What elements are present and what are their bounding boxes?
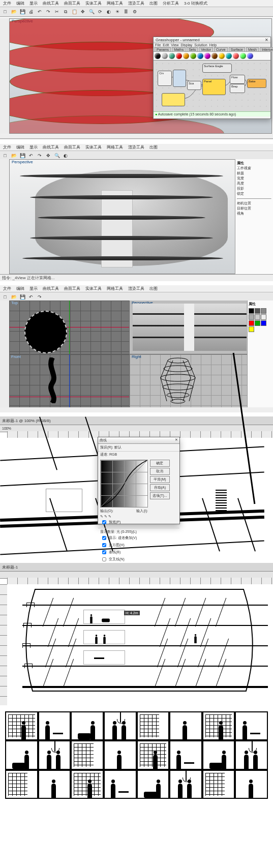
ok-button[interactable]: 确定 xyxy=(150,460,170,467)
menu-item[interactable]: 显示 xyxy=(28,286,39,291)
gh-component-icon[interactable] xyxy=(204,53,210,59)
curves-graph[interactable] xyxy=(100,460,148,507)
menu-item[interactable]: 出图 xyxy=(148,286,159,291)
top-viewport[interactable]: Top xyxy=(9,301,129,354)
open-icon[interactable]: 📂 xyxy=(10,152,18,160)
paste-icon[interactable]: 📋 xyxy=(70,8,78,16)
cut-icon[interactable]: ✂ xyxy=(53,8,61,16)
gh-tab[interactable]: Surface xyxy=(229,47,245,51)
menu-item[interactable]: 曲线工具 xyxy=(42,1,60,6)
menu-item[interactable]: 实体工具 xyxy=(84,286,103,291)
redo-icon[interactable]: ↷ xyxy=(36,152,44,160)
palette-swatch[interactable] xyxy=(249,308,254,314)
menu-item[interactable]: 网格工具 xyxy=(106,1,124,6)
rhino-menubar[interactable]: 文件 编辑 显示 曲线工具 曲面工具 实体工具 网格工具 渲染工具 出图 xyxy=(0,285,273,292)
open-icon[interactable]: 📂 xyxy=(10,8,18,16)
undo-icon[interactable]: ↶ xyxy=(36,8,44,16)
gh-tab[interactable]: Sets xyxy=(187,47,198,51)
menu-item[interactable]: 显示 xyxy=(28,144,39,150)
rhino-toolbar[interactable]: □ 📂 💾 🖨 ↶ ↷ ✂ ⧉ 📋 ✥ 🔍 ⟳ ◐ ☀ ≣ ⚙ xyxy=(0,7,273,17)
side-toolbar[interactable] xyxy=(0,18,10,134)
gh-menu-item[interactable]: View xyxy=(171,43,178,47)
gh-node[interactable]: Crv xyxy=(158,71,172,86)
menu-item[interactable]: 曲面工具 xyxy=(63,1,81,6)
gh-node[interactable]: Bake xyxy=(247,79,266,88)
menu-item[interactable]: 渲染工具 xyxy=(127,144,145,150)
side-toolbar[interactable] xyxy=(0,159,10,274)
grasshopper-window[interactable]: Grasshopper - unnamed ✕ File Edit View D… xyxy=(153,37,271,119)
rhino-menubar[interactable]: 文件 编辑 显示 曲线工具 曲面工具 实体工具 网格工具 渲染工具 出图 xyxy=(0,144,273,151)
redo-icon[interactable]: ↷ xyxy=(36,293,44,301)
gh-component-icon[interactable] xyxy=(169,53,175,59)
menu-item[interactable]: 编辑 xyxy=(15,144,25,150)
gh-component-icon[interactable] xyxy=(183,53,189,59)
render-icon[interactable]: ☀ xyxy=(113,8,122,16)
open-icon[interactable]: 📂 xyxy=(10,293,18,301)
save-icon[interactable]: 💾 xyxy=(18,8,26,16)
dialog-titlebar[interactable]: 曲线 ✕ xyxy=(98,437,179,444)
properties-panel[interactable]: 属性 xyxy=(247,301,273,407)
gh-node[interactable] xyxy=(173,70,186,87)
properties-panel[interactable]: 属性 工作视窗 标题 宽度 高度 投影 锁定 相机位置 目标位置 视角 xyxy=(235,159,273,274)
gh-component-shelf[interactable] xyxy=(154,52,270,61)
layers-icon[interactable]: ≣ xyxy=(122,8,130,16)
gh-tab[interactable]: Maths xyxy=(172,47,186,51)
palette-swatch[interactable] xyxy=(255,320,260,326)
menu-item[interactable]: 曲线工具 xyxy=(42,286,60,291)
gh-tab[interactable]: Params xyxy=(155,47,171,51)
gh-canvas[interactable]: CrvSurface EagleScaPanelFlowBrepBake xyxy=(154,61,270,111)
auto-button[interactable]: 自动(A) xyxy=(150,484,170,491)
menu-item[interactable]: 实体工具 xyxy=(84,144,103,150)
color-palette[interactable] xyxy=(249,308,272,332)
close-icon[interactable]: ✕ xyxy=(265,38,268,42)
gh-component-icon[interactable] xyxy=(247,53,253,59)
shade-icon[interactable]: ◐ xyxy=(62,152,70,160)
menu-item[interactable]: 出图 xyxy=(148,144,159,150)
menu-item[interactable]: 编辑 xyxy=(15,1,25,6)
menu-item[interactable]: 曲面工具 xyxy=(63,286,81,291)
palette-swatch[interactable] xyxy=(261,320,266,326)
check[interactable] xyxy=(102,550,106,554)
redo-icon[interactable]: ↷ xyxy=(44,8,52,16)
gh-node[interactable]: Panel xyxy=(202,79,226,95)
menu-item[interactable]: 曲面工具 xyxy=(63,144,81,150)
gh-component-icon[interactable] xyxy=(197,53,203,59)
new-icon[interactable]: □ xyxy=(1,293,9,301)
ps-menubar[interactable]: 未标题-1 xyxy=(0,563,273,572)
gh-node[interactable]: Flow xyxy=(230,75,245,84)
menu-item[interactable]: 渲染工具 xyxy=(127,286,145,291)
rhino-menubar[interactable]: 文件 编辑 显示 曲线工具 曲面工具 实体工具 网格工具 渲染工具 出图 分析工… xyxy=(0,0,273,7)
palette-swatch[interactable] xyxy=(261,314,266,320)
menu-item[interactable]: 3-0 转换模式 xyxy=(183,1,208,6)
palette-swatch[interactable] xyxy=(249,326,254,332)
check[interactable] xyxy=(102,536,106,540)
palette-swatch[interactable] xyxy=(261,308,266,314)
gh-menu-item[interactable]: Edit xyxy=(163,43,169,47)
rotate-icon[interactable]: ⟳ xyxy=(96,8,104,16)
gh-tab[interactable]: Intersect xyxy=(260,47,273,51)
menu-item[interactable]: 网格工具 xyxy=(106,286,124,291)
check[interactable] xyxy=(102,543,106,547)
properties-icon[interactable]: ⚙ xyxy=(131,8,139,16)
undo-icon[interactable]: ↶ xyxy=(27,152,35,160)
menu-item[interactable]: 文件 xyxy=(2,144,12,150)
menu-item[interactable]: 曲线工具 xyxy=(42,144,60,150)
gh-menubar[interactable]: File Edit View Display Solution Help xyxy=(154,43,270,47)
smooth-button[interactable]: 平滑(M) xyxy=(150,476,170,483)
menu-item[interactable]: 显示 xyxy=(28,1,39,6)
gh-component-icon[interactable] xyxy=(162,53,168,59)
gh-component-icon[interactable] xyxy=(240,53,246,59)
gh-tab[interactable]: Vector xyxy=(199,47,213,51)
right-viewport[interactable]: Right xyxy=(130,354,250,408)
pan-icon[interactable]: ✥ xyxy=(44,152,52,160)
front-viewport[interactable]: Front xyxy=(9,354,129,408)
ruler-horizontal[interactable] xyxy=(7,578,273,585)
gh-menu-item[interactable]: Display xyxy=(180,43,192,47)
gh-component-icon[interactable] xyxy=(226,53,232,59)
gh-menu-item[interactable]: Help xyxy=(209,43,217,47)
perspective-viewport[interactable]: Perspective xyxy=(130,301,250,354)
new-icon[interactable]: □ xyxy=(1,8,9,16)
cancel-button[interactable]: 取消 xyxy=(150,468,170,475)
gh-component-icon[interactable] xyxy=(176,53,182,59)
gh-node[interactable]: Sca xyxy=(187,81,201,90)
